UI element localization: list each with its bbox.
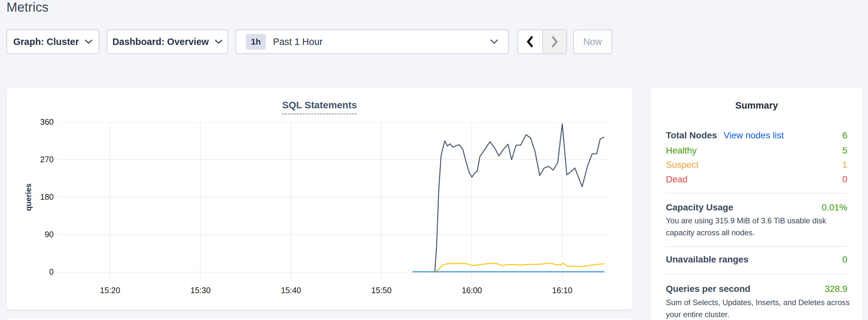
chevron-down-icon	[215, 39, 222, 44]
metrics-page: Metrics Graph: Cluster Dashboard: Overvi…	[0, 0, 868, 320]
x-tick-label: 16:00	[446, 286, 498, 295]
queries-per-second-description: Sum of Selects, Updates, Inserts, and De…	[666, 296, 850, 320]
x-tick-label: 16:10	[536, 286, 588, 295]
graph-dropdown[interactable]: Graph: Cluster	[6, 29, 99, 54]
now-button[interactable]: Now	[573, 29, 612, 54]
chevron-right-icon	[550, 35, 559, 49]
sql-statements-card: SQL Statements queries 090180270360 15:2…	[6, 88, 632, 310]
summary-panel: Summary Total Nodes View nodes list 6 He…	[650, 88, 863, 320]
page-title: Metrics	[6, 0, 49, 14]
toolbar: Graph: Cluster Dashboard: Overview 1h Pa…	[0, 29, 868, 54]
time-backward-button[interactable]	[518, 30, 542, 53]
divider	[666, 246, 847, 247]
time-range-label: Past 1 Hour	[273, 36, 490, 47]
time-window-arrows	[518, 29, 567, 54]
chevron-down-icon	[85, 39, 92, 44]
total-nodes-label: Total Nodes	[666, 130, 717, 140]
x-tick-label: 15:20	[84, 286, 136, 295]
healthy-label: Healthy	[666, 146, 696, 156]
healthy-value: 5	[842, 146, 847, 156]
time-range-badge: 1h	[246, 34, 266, 50]
dashboard-dropdown-label: Dashboard: Overview	[112, 36, 209, 47]
suspect-label: Suspect	[666, 160, 699, 170]
dashboard-dropdown[interactable]: Dashboard: Overview	[107, 29, 228, 54]
chart-title-row: SQL Statements	[6, 100, 632, 115]
summary-row-qps: Queries per second 328.9	[666, 282, 847, 296]
time-range-picker[interactable]: 1h Past 1 Hour	[236, 29, 509, 54]
total-nodes-value: 6	[842, 130, 847, 140]
dead-label: Dead	[666, 174, 687, 185]
x-tick-label: 15:30	[175, 286, 226, 295]
chart-plot-area[interactable]	[59, 122, 609, 281]
capacity-usage-description: You are using 315.9 MiB of 3.6 TiB usabl…	[666, 215, 850, 238]
y-tick-label: 360	[6, 117, 54, 127]
queries-per-second-value: 328.9	[825, 284, 847, 294]
x-tick-label: 15:40	[265, 286, 317, 295]
queries-yellow-line	[435, 263, 604, 272]
summary-row-suspect: Suspect 1	[666, 158, 847, 172]
summary-title: Summary	[650, 100, 863, 111]
chart-title[interactable]: SQL Statements	[282, 100, 357, 115]
divider	[666, 193, 847, 194]
summary-row-dead: Dead 0	[666, 172, 847, 187]
next-chart-card-edge	[6, 318, 632, 320]
summary-row-unavailable-ranges: Unavailable ranges 0	[666, 252, 847, 267]
y-tick-label: 180	[6, 192, 54, 202]
divider	[666, 274, 847, 275]
view-nodes-list-link[interactable]: View nodes list	[723, 130, 784, 140]
chevron-down-icon	[490, 39, 498, 44]
chevron-left-icon	[526, 35, 534, 49]
queries-per-second-label: Queries per second	[666, 284, 750, 294]
summary-row-total-nodes: Total Nodes View nodes list 6	[666, 128, 847, 142]
dead-value: 0	[842, 174, 847, 185]
x-tick-label: 15:50	[355, 286, 407, 295]
graph-dropdown-label: Graph: Cluster	[13, 36, 79, 47]
summary-row-capacity: Capacity Usage 0.01%	[666, 200, 847, 215]
time-forward-button[interactable]	[542, 30, 567, 53]
suspect-value: 1	[842, 160, 847, 170]
unavailable-ranges-label: Unavailable ranges	[666, 254, 748, 265]
capacity-usage-label: Capacity Usage	[666, 202, 734, 213]
y-tick-label: 0	[6, 267, 54, 277]
queries-dark-line	[435, 124, 604, 272]
capacity-usage-value: 0.01%	[822, 202, 847, 213]
y-tick-label: 90	[6, 230, 54, 239]
y-tick-label: 270	[6, 155, 54, 164]
unavailable-ranges-value: 0	[842, 254, 847, 265]
summary-row-healthy: Healthy 5	[666, 143, 847, 158]
